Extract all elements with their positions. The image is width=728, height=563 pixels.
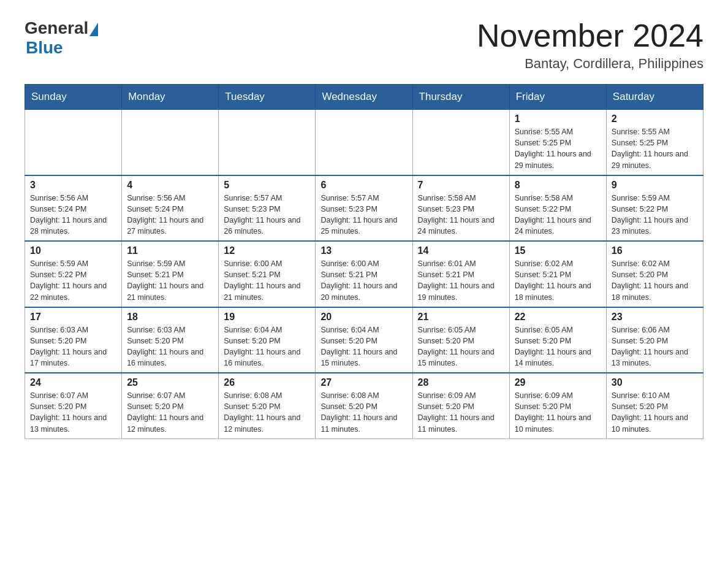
day-info: Sunrise: 6:09 AM Sunset: 5:20 PM Dayligh… [418, 390, 504, 435]
calendar-cell: 13Sunrise: 6:00 AM Sunset: 5:21 PM Dayli… [316, 241, 412, 307]
calendar-header-row: SundayMondayTuesdayWednesdayThursdayFrid… [25, 85, 703, 110]
calendar-cell: 12Sunrise: 6:00 AM Sunset: 5:21 PM Dayli… [219, 241, 316, 307]
day-info: Sunrise: 6:03 AM Sunset: 5:20 PM Dayligh… [127, 324, 213, 369]
day-info: Sunrise: 5:58 AM Sunset: 5:22 PM Dayligh… [515, 193, 601, 237]
day-number: 28 [418, 377, 504, 388]
calendar-cell [25, 110, 122, 175]
day-number: 25 [127, 377, 213, 388]
day-number: 29 [515, 377, 601, 388]
calendar-cell: 22Sunrise: 6:05 AM Sunset: 5:20 PM Dayli… [509, 307, 606, 373]
calendar-cell [219, 110, 316, 175]
day-number: 1 [515, 113, 601, 124]
day-number: 13 [320, 245, 407, 256]
day-info: Sunrise: 6:04 AM Sunset: 5:20 PM Dayligh… [320, 324, 407, 369]
day-info: Sunrise: 5:59 AM Sunset: 5:22 PM Dayligh… [612, 193, 698, 237]
calendar-cell: 7Sunrise: 5:58 AM Sunset: 5:23 PM Daylig… [412, 175, 509, 242]
day-number: 19 [224, 312, 310, 323]
day-number: 8 [515, 180, 601, 191]
logo-general-text: General [25, 18, 88, 38]
day-number: 24 [30, 377, 116, 388]
day-info: Sunrise: 5:59 AM Sunset: 5:22 PM Dayligh… [30, 258, 116, 303]
day-number: 23 [612, 312, 698, 323]
day-info: Sunrise: 6:03 AM Sunset: 5:20 PM Dayligh… [30, 324, 116, 369]
logo-blue-text: Blue [26, 38, 63, 58]
weekday-header-monday: Monday [122, 85, 219, 110]
day-number: 10 [30, 245, 116, 256]
day-number: 7 [418, 180, 504, 191]
calendar-cell: 8Sunrise: 5:58 AM Sunset: 5:22 PM Daylig… [509, 175, 606, 242]
calendar-cell [122, 110, 219, 175]
calendar-cell: 9Sunrise: 5:59 AM Sunset: 5:22 PM Daylig… [606, 175, 703, 242]
calendar-cell: 21Sunrise: 6:05 AM Sunset: 5:20 PM Dayli… [412, 307, 509, 373]
calendar-cell: 17Sunrise: 6:03 AM Sunset: 5:20 PM Dayli… [25, 307, 122, 373]
calendar-cell: 26Sunrise: 6:08 AM Sunset: 5:20 PM Dayli… [219, 373, 316, 439]
calendar-cell: 19Sunrise: 6:04 AM Sunset: 5:20 PM Dayli… [219, 307, 316, 373]
calendar-cell: 2Sunrise: 5:55 AM Sunset: 5:25 PM Daylig… [606, 110, 703, 175]
calendar-cell [412, 110, 509, 175]
calendar-cell: 15Sunrise: 6:02 AM Sunset: 5:21 PM Dayli… [509, 241, 606, 307]
day-info: Sunrise: 5:57 AM Sunset: 5:23 PM Dayligh… [224, 193, 310, 237]
day-number: 15 [515, 245, 601, 256]
calendar-cell: 4Sunrise: 5:56 AM Sunset: 5:24 PM Daylig… [122, 175, 219, 242]
calendar-cell: 6Sunrise: 5:57 AM Sunset: 5:23 PM Daylig… [316, 175, 412, 242]
calendar-cell: 23Sunrise: 6:06 AM Sunset: 5:20 PM Dayli… [606, 307, 703, 373]
calendar-week-row: 24Sunrise: 6:07 AM Sunset: 5:20 PM Dayli… [25, 373, 703, 439]
calendar-cell: 5Sunrise: 5:57 AM Sunset: 5:23 PM Daylig… [219, 175, 316, 242]
day-number: 3 [30, 180, 116, 191]
day-number: 20 [320, 312, 407, 323]
calendar-cell: 24Sunrise: 6:07 AM Sunset: 5:20 PM Dayli… [25, 373, 122, 439]
day-info: Sunrise: 6:00 AM Sunset: 5:21 PM Dayligh… [224, 258, 310, 303]
day-info: Sunrise: 6:05 AM Sunset: 5:20 PM Dayligh… [515, 324, 601, 369]
day-info: Sunrise: 6:08 AM Sunset: 5:20 PM Dayligh… [320, 390, 407, 435]
location-title: Bantay, Cordillera, Philippines [477, 56, 703, 72]
day-number: 11 [127, 245, 213, 256]
calendar-cell: 20Sunrise: 6:04 AM Sunset: 5:20 PM Dayli… [316, 307, 412, 373]
day-number: 16 [612, 245, 698, 256]
day-number: 30 [612, 377, 698, 388]
calendar-week-row: 3Sunrise: 5:56 AM Sunset: 5:24 PM Daylig… [25, 175, 703, 242]
calendar-week-row: 17Sunrise: 6:03 AM Sunset: 5:20 PM Dayli… [25, 307, 703, 373]
calendar-week-row: 1Sunrise: 5:55 AM Sunset: 5:25 PM Daylig… [25, 110, 703, 175]
calendar-cell: 3Sunrise: 5:56 AM Sunset: 5:24 PM Daylig… [25, 175, 122, 242]
day-number: 26 [224, 377, 310, 388]
calendar-cell: 30Sunrise: 6:10 AM Sunset: 5:20 PM Dayli… [606, 373, 703, 439]
day-number: 12 [224, 245, 310, 256]
calendar-cell: 25Sunrise: 6:07 AM Sunset: 5:20 PM Dayli… [122, 373, 219, 439]
day-info: Sunrise: 5:57 AM Sunset: 5:23 PM Dayligh… [320, 193, 407, 237]
calendar-cell: 27Sunrise: 6:08 AM Sunset: 5:20 PM Dayli… [316, 373, 412, 439]
day-info: Sunrise: 6:10 AM Sunset: 5:20 PM Dayligh… [612, 390, 698, 435]
day-info: Sunrise: 5:56 AM Sunset: 5:24 PM Dayligh… [127, 193, 213, 237]
weekday-header-friday: Friday [509, 85, 606, 110]
logo: General Blue [25, 18, 98, 58]
day-info: Sunrise: 6:05 AM Sunset: 5:20 PM Dayligh… [418, 324, 504, 369]
calendar-cell: 11Sunrise: 5:59 AM Sunset: 5:21 PM Dayli… [122, 241, 219, 307]
day-info: Sunrise: 5:59 AM Sunset: 5:21 PM Dayligh… [127, 258, 213, 303]
day-info: Sunrise: 5:55 AM Sunset: 5:25 PM Dayligh… [515, 126, 601, 171]
page-header: General Blue November 2024 Bantay, Cordi… [25, 18, 703, 72]
day-info: Sunrise: 6:07 AM Sunset: 5:20 PM Dayligh… [30, 390, 116, 435]
day-number: 18 [127, 312, 213, 323]
day-info: Sunrise: 5:55 AM Sunset: 5:25 PM Dayligh… [612, 126, 698, 171]
weekday-header-tuesday: Tuesday [219, 85, 316, 110]
day-number: 2 [612, 113, 698, 124]
weekday-header-thursday: Thursday [412, 85, 509, 110]
day-info: Sunrise: 6:01 AM Sunset: 5:21 PM Dayligh… [418, 258, 504, 303]
day-info: Sunrise: 6:06 AM Sunset: 5:20 PM Dayligh… [612, 324, 698, 369]
day-info: Sunrise: 6:09 AM Sunset: 5:20 PM Dayligh… [515, 390, 601, 435]
weekday-header-sunday: Sunday [25, 85, 122, 110]
calendar-cell: 16Sunrise: 6:02 AM Sunset: 5:20 PM Dayli… [606, 241, 703, 307]
day-number: 6 [320, 180, 407, 191]
day-info: Sunrise: 5:56 AM Sunset: 5:24 PM Dayligh… [30, 193, 116, 237]
logo-triangle-icon [89, 23, 98, 36]
month-title: November 2024 [477, 18, 703, 53]
day-info: Sunrise: 6:04 AM Sunset: 5:20 PM Dayligh… [224, 324, 310, 369]
calendar-cell: 28Sunrise: 6:09 AM Sunset: 5:20 PM Dayli… [412, 373, 509, 439]
title-block: November 2024 Bantay, Cordillera, Philip… [477, 18, 703, 72]
calendar-table: SundayMondayTuesdayWednesdayThursdayFrid… [25, 84, 703, 439]
calendar-cell: 10Sunrise: 5:59 AM Sunset: 5:22 PM Dayli… [25, 241, 122, 307]
day-info: Sunrise: 6:02 AM Sunset: 5:20 PM Dayligh… [612, 258, 698, 303]
day-number: 27 [320, 377, 407, 388]
calendar-cell [316, 110, 412, 175]
calendar-cell: 29Sunrise: 6:09 AM Sunset: 5:20 PM Dayli… [509, 373, 606, 439]
calendar-week-row: 10Sunrise: 5:59 AM Sunset: 5:22 PM Dayli… [25, 241, 703, 307]
